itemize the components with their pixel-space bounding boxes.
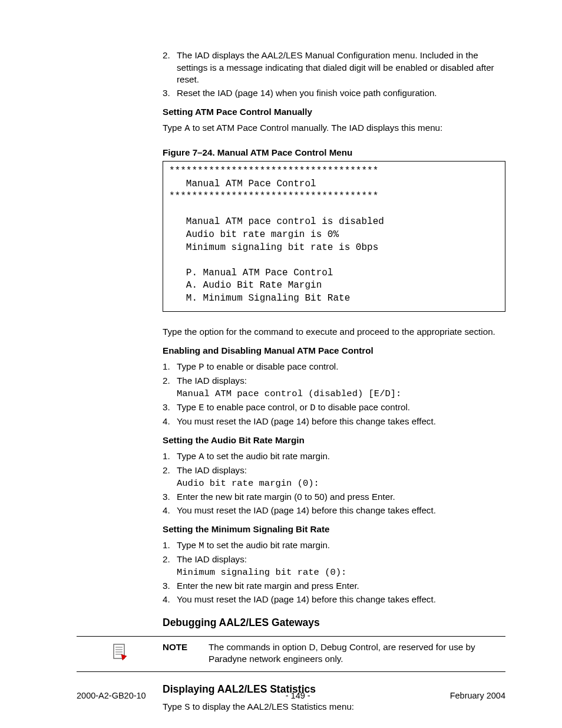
list-item: 1. Type A to set the audio bit rate marg… — [163, 450, 505, 463]
list-item: 4. You must reset the IAD (page 14) befo… — [163, 416, 505, 428]
list-number: 3. — [163, 401, 177, 414]
text: Type — [163, 123, 184, 133]
list-text: You must reset the IAD (page 14) before … — [177, 505, 505, 517]
list-item: 1. Type M to set the audio bit rate marg… — [163, 539, 505, 552]
list-text: Enter the new bit rate margin and press … — [177, 580, 505, 592]
list-number: 2. — [163, 465, 177, 490]
page-footer: 2000-A2-GB20-10 - 149 - February 2004 — [77, 690, 505, 702]
text: The IAD displays: — [177, 554, 247, 564]
paragraph: Type S to display the AAL2/LES Statistic… — [163, 701, 505, 714]
heading-enable-disable: Enabling and Disabling Manual ATM Pace C… — [163, 345, 505, 357]
list-text: You must reset the IAD (page 14) before … — [177, 594, 505, 606]
footer-page-number: - 149 - — [286, 690, 310, 702]
text: Type — [177, 540, 199, 550]
list-number: 4. — [163, 594, 177, 606]
list-number: 2. — [163, 375, 177, 400]
text: to display the AAL2/LES Statistics menu: — [190, 701, 354, 711]
text: to set ATM Pace Control manually. The IA… — [190, 123, 442, 133]
list-number: 3. — [163, 491, 177, 503]
list-number: 3. — [163, 87, 177, 100]
list-item: 4. You must reset the IAD (page 14) befo… — [163, 505, 505, 517]
list-item: 3. Reset the IAD (page 14) when you fini… — [163, 87, 505, 100]
list-text: Enter the new bit rate margin (0 to 50) … — [177, 491, 505, 503]
heading-audio: Setting the Audio Bit Rate Margin — [163, 434, 505, 447]
list-number: 2. — [163, 554, 177, 579]
list-number: 1. — [163, 539, 177, 552]
list-text: Type P to enable or disable pace control… — [177, 361, 505, 374]
heading-setting-atm: Setting ATM Pace Control Manually — [163, 106, 505, 118]
note-label: NOTE — [163, 641, 209, 654]
list-item: 3. Type E to enable pace control, or D t… — [163, 401, 505, 414]
note-text: The commands in option D, Debug Control,… — [209, 641, 505, 666]
list-number: 1. — [163, 361, 177, 374]
paragraph: Type the option for the command to execu… — [163, 326, 505, 338]
svg-marker-5 — [121, 654, 127, 660]
heading-min-signaling: Setting the Minimum Signaling Bit Rate — [163, 523, 505, 536]
list-number: 4. — [163, 416, 177, 428]
list-item: 4. You must reset the IAD (page 14) befo… — [163, 594, 505, 606]
list-text: The IAD displays: Manual ATM pace contro… — [177, 375, 505, 400]
list-item: 3. Enter the new bit rate margin (0 to 5… — [163, 491, 505, 503]
list-text: You must reset the IAD (page 14) before … — [177, 416, 505, 428]
list-item: 2. The IAD displays: Minimum signaling b… — [163, 554, 505, 579]
text: Type — [163, 701, 184, 711]
list-number: 4. — [163, 505, 177, 517]
list-number: 3. — [163, 580, 177, 592]
text: to disable pace control. — [316, 402, 410, 412]
list-text: The IAD displays: Minimum signaling bit … — [177, 554, 505, 579]
code-output: Minimum signaling bit rate (0): — [177, 566, 505, 579]
list-text: Type E to enable pace control, or D to d… — [177, 401, 505, 414]
heading-debugging: Debugging AAL2/LES Gateways — [163, 616, 505, 630]
footer-doc-id: 2000-A2-GB20-10 — [77, 690, 146, 702]
code-key: D — [310, 403, 315, 413]
list-item: 2. The IAD displays the AAL2/LES Manual … — [163, 50, 505, 86]
text: to set the audio bit rate margin. — [204, 451, 330, 461]
list-item: 3. Enter the new bit rate margin and pre… — [163, 580, 505, 592]
text: to enable or disable pace control. — [204, 361, 338, 371]
text: Type — [177, 451, 199, 461]
list-text: The IAD displays: Audio bit rate margin … — [177, 465, 505, 490]
paragraph: Type A to set ATM Pace Control manually.… — [163, 122, 505, 135]
code-output: Audio bit rate margin (0): — [177, 477, 505, 490]
code-box-menu: ************************************* Ma… — [163, 161, 505, 312]
note-icon — [111, 643, 128, 661]
list-item: 2. The IAD displays: Manual ATM pace con… — [163, 375, 505, 400]
list-text: Type M to set the audio bit rate margin. — [177, 539, 505, 552]
list-text: Type A to set the audio bit rate margin. — [177, 450, 505, 463]
text: The IAD displays: — [177, 375, 247, 386]
list-number: 2. — [163, 50, 177, 86]
text: to enable pace control, or — [204, 402, 310, 412]
figure-caption: Figure 7–24. Manual ATM Pace Control Men… — [163, 147, 505, 159]
code-output: Manual ATM pace control (disabled) [E/D]… — [177, 388, 505, 400]
text: The IAD displays: — [177, 465, 247, 475]
footer-date: February 2004 — [450, 690, 505, 702]
list-text: Reset the IAD (page 14) when you finish … — [177, 87, 505, 100]
text: Type — [177, 361, 199, 371]
text: to set the audio bit rate margin. — [204, 540, 330, 550]
list-text: The IAD displays the AAL2/LES Manual Con… — [177, 50, 505, 86]
text: Type — [177, 402, 199, 412]
note-block: NOTE The commands in option D, Debug Con… — [77, 636, 505, 672]
list-item: 2. The IAD displays: Audio bit rate marg… — [163, 465, 505, 490]
list-item: 1. Type P to enable or disable pace cont… — [163, 361, 505, 374]
list-number: 1. — [163, 450, 177, 463]
